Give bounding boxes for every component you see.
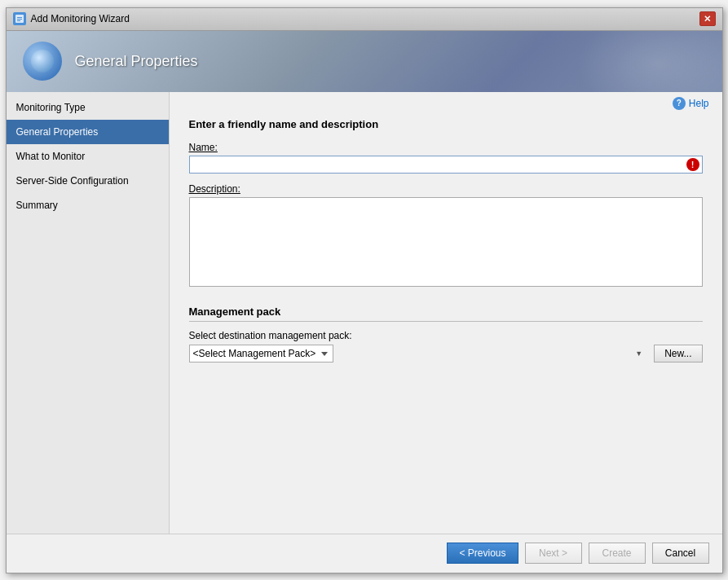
management-pack-section: Management pack Select destination manag… — [189, 305, 703, 362]
wizard-window: Add Monitoring Wizard ✕ General Properti… — [6, 7, 723, 573]
help-link[interactable]: ? Help — [673, 97, 709, 110]
title-bar: Add Monitoring Wizard ✕ — [7, 8, 722, 31]
help-label: Help — [689, 98, 709, 109]
management-pack-title: Management pack — [189, 305, 703, 322]
name-error-indicator: ! — [686, 158, 699, 171]
name-input[interactable] — [189, 156, 703, 174]
new-button[interactable]: New... — [654, 345, 702, 362]
wizard-header-icon — [23, 42, 62, 81]
window-icon — [13, 12, 26, 25]
close-button[interactable]: ✕ — [699, 11, 716, 26]
section-title: Enter a friendly name and description — [189, 118, 703, 130]
wizard-header-icon-inner — [31, 50, 54, 72]
description-field-group: Description: — [189, 183, 703, 289]
content-header: ? Help — [170, 92, 722, 112]
svg-rect-2 — [17, 19, 22, 20]
help-icon: ? — [673, 97, 686, 110]
wizard-header-title: General Properties — [75, 53, 198, 70]
next-button[interactable]: Next > — [525, 543, 582, 564]
select-wrapper: <Select Management Pack> ▼ — [189, 345, 648, 362]
sidebar-item-general-properties[interactable]: General Properties — [7, 120, 169, 144]
sidebar-item-monitoring-type[interactable]: Monitoring Type — [7, 95, 169, 120]
name-field-group: Name: ! — [189, 142, 703, 174]
create-button[interactable]: Create — [589, 543, 646, 564]
select-destination-label: Select destination management pack: — [189, 330, 703, 341]
select-row: <Select Management Pack> ▼ New... — [189, 345, 703, 362]
sidebar-item-what-to-monitor[interactable]: What to Monitor — [7, 144, 169, 169]
previous-button[interactable]: < Previous — [447, 543, 518, 564]
description-label: Description: — [189, 183, 703, 195]
chevron-down-icon: ▼ — [635, 349, 642, 358]
management-pack-select[interactable]: <Select Management Pack> — [189, 345, 333, 362]
content-area: ? Help Enter a friendly name and descrip… — [170, 92, 722, 534]
svg-rect-1 — [17, 17, 22, 18]
sidebar-item-server-side-configuration[interactable]: Server-Side Configuration — [7, 169, 169, 193]
cancel-button[interactable]: Cancel — [652, 543, 709, 564]
wizard-footer: < Previous Next > Create Cancel — [7, 534, 722, 573]
name-input-wrapper: ! — [189, 156, 703, 174]
description-textarea[interactable] — [189, 197, 703, 287]
wizard-header: General Properties — [7, 31, 722, 92]
sidebar-item-summary[interactable]: Summary — [7, 193, 169, 218]
main-content: Monitoring Type General Properties What … — [7, 92, 722, 534]
name-label: Name: — [189, 142, 703, 153]
header-decoration — [576, 31, 722, 92]
sidebar: Monitoring Type General Properties What … — [7, 92, 170, 534]
svg-rect-3 — [17, 20, 20, 21]
content-body: Enter a friendly name and description Na… — [170, 112, 722, 534]
window-title: Add Monitoring Wizard — [31, 13, 699, 24]
